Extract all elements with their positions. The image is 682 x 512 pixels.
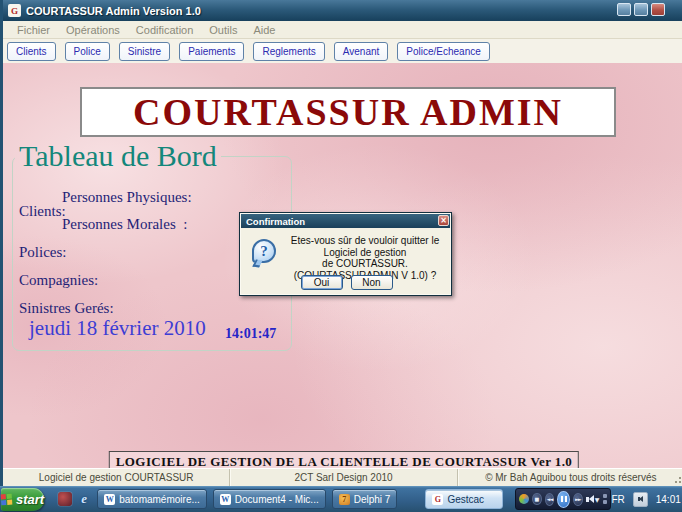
pause-icon[interactable] (557, 491, 570, 508)
confirmation-dialog: Confirmation × ? Etes-vous sûr de vouloi… (239, 212, 452, 296)
quicklaunch-app-icon[interactable] (58, 492, 72, 506)
task-label: batomamémoire... (119, 494, 200, 505)
title-bar: G COURTASSUR Admin Version 1.0 (3, 0, 682, 21)
toolbar: Clients Police Sinistre Paiements Reglem… (3, 39, 682, 63)
close-icon[interactable] (651, 3, 665, 16)
label-personnes-morales: Personnes Morales : (62, 216, 187, 233)
window-title: COURTASSUR Admin Version 1.0 (26, 5, 201, 17)
status-left: Logiciel de gestion COURTASSUR (3, 469, 230, 486)
label-sinistres: Sinistres Gerés: (19, 300, 114, 317)
question-balloon-tail (252, 260, 262, 268)
delphi-icon: 7 (339, 494, 350, 505)
task-button-document4[interactable]: W Document4 - Mic... (213, 489, 326, 509)
dialog-close-icon[interactable]: × (438, 215, 449, 226)
window-controls (617, 3, 665, 16)
resize-grip[interactable] (674, 474, 682, 484)
start-button[interactable]: start (1, 488, 44, 511)
menu-outils[interactable]: Outils (201, 24, 245, 36)
current-time: 14:01:47 (225, 326, 276, 342)
media-player-icon (519, 494, 529, 504)
menu-fichier[interactable]: Fichier (9, 24, 58, 36)
task-label: Document4 - Mic... (235, 494, 319, 505)
sinistre-button[interactable]: Sinistre (119, 42, 170, 61)
label-polices: Polices: (19, 244, 67, 261)
taskbar-clock[interactable]: 14:01 (656, 494, 681, 505)
dialog-message-line: Etes-vous sûr de vouloir quitter le Logi… (282, 235, 448, 258)
label-clients: Clients: (19, 203, 66, 220)
app-logo-icon: G (8, 4, 21, 17)
dashboard-title: Tableau de Bord (15, 141, 221, 171)
windows-flag-icon (1, 493, 13, 505)
volume-icon[interactable]: ▼ (586, 495, 600, 503)
task-button-gestcac[interactable]: G Gestcac (425, 489, 503, 509)
dialog-buttons: Oui Non (240, 275, 453, 290)
dialog-title-bar[interactable]: Confirmation (241, 214, 450, 228)
media-toolbar-grip (603, 494, 607, 504)
task-label: Gestcac (447, 494, 484, 505)
police-button[interactable]: Police (65, 42, 110, 61)
task-button-delphi[interactable]: 7 Delphi 7 (332, 489, 398, 509)
system-tray: FR 14:01 (611, 486, 682, 512)
gestcac-icon: G (432, 494, 443, 505)
avenant-button[interactable]: Avenant (334, 42, 389, 61)
status-right: © Mr Bah Aguibou tous droits réservés (458, 469, 682, 486)
internet-explorer-icon[interactable]: e (77, 492, 91, 506)
paiements-button[interactable]: Paiements (179, 42, 244, 61)
no-button[interactable]: Non (351, 275, 393, 290)
clients-button[interactable]: Clients (7, 42, 56, 61)
maximize-icon[interactable] (634, 3, 648, 16)
language-indicator[interactable]: FR (611, 494, 624, 505)
app-banner: COURTASSUR ADMIN (80, 87, 616, 137)
footer-banner-text: LOGICIEL DE GESTION DE LA CLIENTELLE DE … (116, 454, 572, 469)
media-player-toolbar: ■ ◄◄ ►► ▼ (515, 488, 611, 510)
application-window: G COURTASSUR Admin Version 1.0 Fichier O… (0, 0, 682, 486)
yes-button[interactable]: Oui (301, 275, 343, 290)
stop-icon[interactable]: ■ (532, 493, 541, 505)
task-label: Delphi 7 (354, 494, 391, 505)
word-document-icon: W (220, 494, 231, 505)
taskbar: start e W batomamémoire... W Document4 -… (0, 486, 682, 512)
word-document-icon: W (104, 494, 115, 505)
previous-icon[interactable]: ◄◄ (545, 493, 555, 506)
menu-bar: Fichier Opérations Codification Outils A… (3, 21, 682, 39)
dialog-title: Confirmation (246, 216, 305, 227)
current-date: jeudi 18 février 2010 (29, 316, 206, 341)
speaker-tray-icon[interactable] (633, 492, 648, 507)
quick-launch: e (58, 492, 91, 506)
minimize-icon[interactable] (617, 3, 631, 16)
start-label: start (16, 492, 44, 507)
dialog-message-line: de COURTASSUR. (282, 258, 448, 270)
status-center: 2CT Sarl Design 2010 (230, 469, 457, 486)
police-echeance-button[interactable]: Police/Echeance (397, 42, 490, 61)
label-compagnies: Compagnies: (19, 272, 98, 289)
status-bar: Logiciel de gestion COURTASSUR 2CT Sarl … (3, 468, 682, 486)
reglements-button[interactable]: Reglements (253, 42, 324, 61)
label-personnes-physiques: Personnes Physiques: (62, 189, 192, 206)
screen: G COURTASSUR Admin Version 1.0 Fichier O… (0, 0, 682, 512)
menu-operations[interactable]: Opérations (58, 24, 128, 36)
menu-aide[interactable]: Aide (245, 24, 283, 36)
task-button-batoma[interactable]: W batomamémoire... (97, 489, 207, 509)
menu-codification[interactable]: Codification (128, 24, 201, 36)
next-icon[interactable]: ►► (573, 493, 583, 506)
app-banner-text: COURTASSUR ADMIN (133, 90, 563, 134)
